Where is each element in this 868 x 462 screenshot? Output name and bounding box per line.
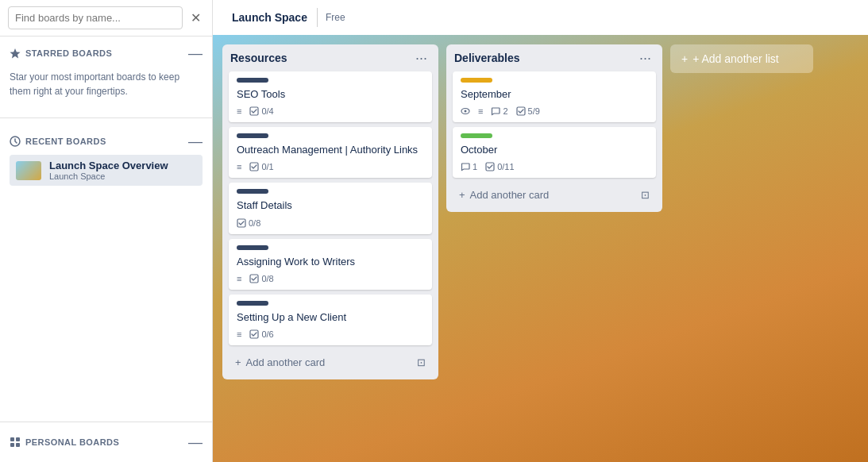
search-bar: ✕ <box>0 0 212 37</box>
card-meta: ≡ 2 5/9 <box>461 106 648 116</box>
card-label <box>237 189 268 194</box>
list-menu-button-deliverables[interactable]: ··· <box>636 51 654 65</box>
card-meta: ≡ 0/8 <box>237 274 424 283</box>
card-label <box>237 245 268 250</box>
grid-icon <box>10 437 21 448</box>
list-title-deliverables: Deliverables <box>454 52 520 64</box>
svg-rect-3 <box>16 437 20 441</box>
comment-icon <box>461 162 470 171</box>
card-meta-checklist: 0/8 <box>237 218 260 228</box>
card-new-client[interactable]: Setting Up a New Client ≡ 0/6 <box>229 295 432 345</box>
plus-icon: + <box>235 356 241 368</box>
svg-point-9 <box>774 20 776 21</box>
card-title: October <box>461 143 648 157</box>
team-icon <box>381 12 392 23</box>
starred-collapse-button[interactable]: — <box>188 46 203 60</box>
list-menu-button-resources[interactable]: ··· <box>412 51 430 65</box>
board-area: Resources ··· SEO Tools ≡ 0/4 Outreach <box>213 35 868 462</box>
list-title-resources: Resources <box>230 52 287 64</box>
recent-board-item[interactable]: Launch Space Overview Launch Space <box>10 155 203 186</box>
recent-section-title: RECENT BOARDS <box>10 136 106 147</box>
checklist-icon <box>249 274 259 283</box>
template-icon: ⊡ <box>417 356 426 368</box>
eye-icon <box>461 106 470 116</box>
personal-boards-section: PERSONAL BOARDS — <box>0 429 212 462</box>
butler-icon <box>770 12 781 23</box>
card-label <box>461 78 492 83</box>
card-title: Assigning Work to Writers <box>237 255 424 269</box>
board-badge: Free <box>317 8 353 27</box>
plus-icon: + <box>681 52 688 65</box>
starred-empty-text: Star your most important boards to keep … <box>10 67 203 108</box>
sidebar-divider-1 <box>0 117 212 118</box>
close-icon[interactable]: ✕ <box>187 9 204 27</box>
add-card-button-deliverables[interactable]: + Add another card ⊡ <box>453 184 656 206</box>
recent-boards-section: RECENT BOARDS — Launch Space Overview La… <box>0 125 212 191</box>
card-september[interactable]: September ≡ 2 5/9 <box>453 71 656 122</box>
card-meta-checklist: 0/8 <box>249 274 273 283</box>
svg-point-7 <box>388 13 390 16</box>
card-meta-description: ≡ <box>237 106 241 116</box>
checklist-icon <box>485 162 495 171</box>
card-label <box>237 133 268 138</box>
sidebar: ✕ STARRED BOARDS — Star your most import… <box>0 0 213 462</box>
list-header-resources: Resources ··· <box>229 51 432 65</box>
personal-collapse-button[interactable]: — <box>188 435 203 449</box>
recent-board-name: Launch Space Overview <box>49 160 168 171</box>
recent-board-info: Launch Space Overview Launch Space <box>49 160 168 181</box>
top-bar-right: Butler (3 Tips) <box>760 7 858 27</box>
card-seo-tools[interactable]: SEO Tools ≡ 0/4 <box>229 71 432 122</box>
card-title: September <box>461 87 648 102</box>
template-icon: ⊡ <box>641 189 650 201</box>
recent-collapse-button[interactable]: — <box>188 134 203 148</box>
svg-rect-5 <box>16 443 20 447</box>
svg-rect-2 <box>10 437 14 441</box>
card-meta-comment: 1 <box>461 162 477 171</box>
card-october[interactable]: October 1 0/11 <box>453 127 656 178</box>
search-input[interactable] <box>8 6 183 29</box>
card-meta: 1 0/11 <box>461 162 648 171</box>
card-title: SEO Tools <box>237 87 424 102</box>
card-meta: ≡ 0/6 <box>237 329 424 339</box>
svg-rect-4 <box>10 443 14 447</box>
add-card-button-resources[interactable]: + Add another card ⊡ <box>229 352 432 373</box>
list-resources: Resources ··· SEO Tools ≡ 0/4 Outreach <box>222 44 438 379</box>
card-label <box>237 78 268 83</box>
starred-boards-section: STARRED BOARDS — Star your most importan… <box>0 37 212 111</box>
card-meta-checklist: 0/11 <box>485 162 514 171</box>
recent-board-workspace: Launch Space <box>49 171 168 181</box>
card-label <box>237 301 268 306</box>
comment-icon <box>491 106 500 116</box>
card-title: Staff Details <box>237 198 424 213</box>
card-meta-watch <box>461 106 470 116</box>
butler-button[interactable]: Butler (3 Tips) <box>760 7 858 27</box>
plus-icon: + <box>459 189 465 201</box>
visibility-button[interactable]: Team Visible <box>373 7 462 27</box>
star-icon <box>10 48 21 59</box>
clock-icon <box>10 136 21 147</box>
card-assigning-work[interactable]: Assigning Work to Writers ≡ 0/8 <box>229 239 432 290</box>
checklist-icon <box>249 329 259 339</box>
card-meta-description: ≡ <box>237 162 241 171</box>
top-bar: Launch Space Free Team Visible Invite <box>213 0 868 35</box>
list-header-deliverables: Deliverables ··· <box>453 51 656 65</box>
card-meta-checklist: 0/6 <box>249 329 273 339</box>
card-meta-description: ≡ <box>237 274 241 283</box>
checklist-icon <box>249 162 259 171</box>
board-title-button[interactable]: Launch Space <box>222 7 317 28</box>
separator-1 <box>363 8 364 27</box>
card-meta: ≡ 0/1 <box>237 162 424 171</box>
card-label <box>461 133 492 138</box>
card-meta: ≡ 0/4 <box>237 106 424 116</box>
personal-section-header: PERSONAL BOARDS — <box>10 435 203 449</box>
card-staff-details[interactable]: Staff Details 0/8 <box>229 183 432 233</box>
checklist-icon <box>516 106 526 116</box>
card-outreach[interactable]: Outreach Management | Authority Links ≡ … <box>229 127 432 178</box>
separator-2 <box>472 8 473 27</box>
recent-section-header: RECENT BOARDS — <box>10 134 203 148</box>
card-meta-checklist: 0/4 <box>249 106 273 116</box>
checklist-icon <box>237 218 246 228</box>
invite-button[interactable]: Invite <box>482 7 531 27</box>
add-list-button[interactable]: + + Add another list <box>670 44 813 73</box>
card-meta: 0/8 <box>237 218 424 228</box>
